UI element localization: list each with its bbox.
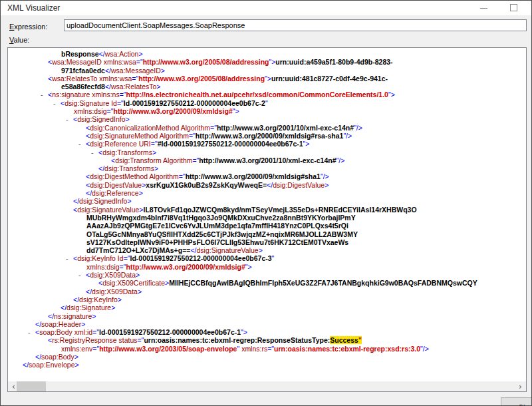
xml-line: -<dsig:Reference URI="#Id-00015919275502… bbox=[8, 140, 526, 148]
scrollbar-thumb[interactable] bbox=[17, 381, 46, 391]
xml-line: <wsa:MessageID xmlns:wsa="http://www.w3.… bbox=[8, 58, 526, 66]
xml-visualizer-window: XML Visualizer Expression: Value: bRespo… bbox=[0, 0, 532, 406]
maximize-button[interactable] bbox=[499, 1, 529, 15]
xml-line: <dsig:DigestMethod Algorithm="http://www… bbox=[8, 172, 526, 180]
minimize-button[interactable] bbox=[469, 1, 499, 15]
xml-line: e58a86fecfd8</wsa:RelatesTo> bbox=[8, 83, 526, 91]
xml-line: 971fcfaa0edc</wsa:MessageID> bbox=[8, 67, 526, 75]
minimize-icon bbox=[480, 8, 487, 9]
xml-line: <dsig:X509Certificate>MIIHEjCCBfqgAwIBAg… bbox=[8, 279, 526, 287]
xml-line: -<dsig:KeyInfo Id="Id-0001591927550212-0… bbox=[8, 254, 526, 262]
xml-line: </dsig:Signature> bbox=[8, 304, 526, 311]
xml-line: <dsig:DigestValue>xsrKguX1Gk0uB2s9ZskKqy… bbox=[8, 181, 526, 189]
xml-line: </soap:Header> bbox=[8, 320, 526, 328]
expression-input[interactable] bbox=[64, 19, 527, 31]
xml-line: </dsig:KeyInfo> bbox=[8, 296, 526, 304]
expander-icon[interactable]: - bbox=[66, 115, 73, 123]
xml-line: -<dsig:SignedInfo> bbox=[8, 115, 526, 123]
xml-line: OTaLg5GcNMnya8YuQSfIIHTXdd25c6CTjPJkf3wj… bbox=[8, 230, 526, 238]
xml-line: </ns:signature> bbox=[8, 312, 526, 320]
xml-line: bResponse</wsa:Action> bbox=[8, 50, 526, 58]
xml-content: bResponse</wsa:Action><wsa:MessageID xml… bbox=[8, 48, 526, 381]
close-button[interactable]: Close bbox=[501, 397, 532, 406]
xml-line: </dsig:Transforms> bbox=[8, 164, 526, 172]
xml-line: -<ns:signature xmlns:ns="http://ns.elect… bbox=[8, 91, 526, 99]
xml-line: xmlns:env="http://www.w3.org/2003/05/soa… bbox=[8, 345, 526, 353]
xml-line: </soap:Body> bbox=[8, 353, 526, 361]
value-label: Value: bbox=[9, 36, 29, 44]
xml-line: xmlns:dsig="http://www.w3.org/2000/09/xm… bbox=[8, 107, 526, 115]
xml-line: MUbRHyWmgxdm4bInf7i8Vq1tHgqo3Jo9QMkDXxuC… bbox=[8, 214, 526, 222]
xml-line: <rs:RegistryResponse status="urn:oasis:n… bbox=[8, 336, 526, 344]
titlebar: XML Visualizer bbox=[1, 1, 531, 15]
expander-icon[interactable]: - bbox=[66, 254, 73, 262]
xml-line: </dsig:Reference> bbox=[8, 189, 526, 197]
xml-line: </dsig:SignedInfo> bbox=[8, 197, 526, 205]
expression-label: Expression: bbox=[9, 23, 47, 31]
xml-line: <dsig:SignatureValue>lL8TOvkFd1qoJZWCQm8… bbox=[8, 206, 526, 214]
maximize-icon bbox=[510, 4, 517, 11]
horizontal-scrollbar[interactable]: ‹ › bbox=[8, 381, 526, 391]
xml-line: <dsig:CanonicalizationMethod Algorithm="… bbox=[8, 124, 526, 132]
value-viewer: bResponse</wsa:Action><wsa:MessageID xml… bbox=[7, 47, 527, 392]
xml-line: xmlns:dsig="http://www.w3.org/2000/09/xm… bbox=[8, 263, 526, 271]
xml-line: -<soap:Body xml:id="Id-0001591927550212-… bbox=[8, 328, 526, 336]
expander-icon[interactable]: - bbox=[78, 140, 86, 148]
expander-icon[interactable]: - bbox=[28, 328, 35, 336]
xml-line: -<dsig:X509Data> bbox=[8, 271, 526, 279]
xml-line: AAazAJb9zQPMGtgE7e1lCvc6YvJLUmM3dpe1qfa7… bbox=[8, 222, 526, 230]
window-title: XML Visualizer bbox=[7, 3, 60, 13]
expander-icon[interactable]: - bbox=[78, 271, 86, 279]
xml-line: sV127KsOdltepIWNv9iF0+PHHPsFLO6I7CLllg53… bbox=[8, 238, 526, 246]
expander-icon[interactable]: - bbox=[53, 99, 61, 107]
xml-line: <dsig:SignatureMethod Algorithm="http://… bbox=[8, 132, 526, 140]
xml-line: -<dsig:Transforms> bbox=[8, 148, 526, 156]
scroll-right-button[interactable]: › bbox=[515, 381, 526, 391]
expander-icon[interactable]: - bbox=[41, 91, 48, 99]
expander-icon[interactable]: - bbox=[91, 148, 98, 156]
xml-line: </dsig:X509Data> bbox=[8, 288, 526, 296]
xml-line: </soap:Envelope> bbox=[8, 361, 526, 369]
xml-line: <dsig:Transform Algorithm="http://www.w3… bbox=[8, 156, 526, 164]
xml-line: dd7TmC712O+LXc7DjMAs+g==</dsig:Signature… bbox=[8, 246, 526, 254]
xml-line: -<dsig:Signature Id="Id-0001591927550212… bbox=[8, 99, 526, 107]
xml-line: <wsa:RelatesTo xmlns:wsa="http://www.w3.… bbox=[8, 75, 526, 83]
